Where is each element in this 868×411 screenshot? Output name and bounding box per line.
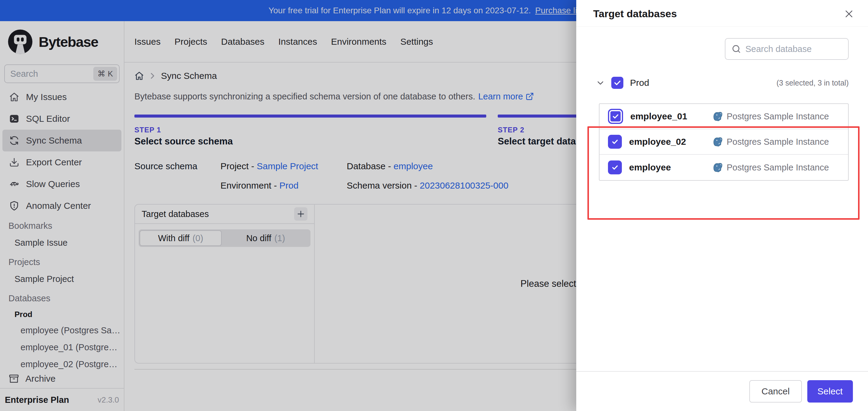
database-row-employee-02[interactable]: employee_02 Postgres Sample Instance xyxy=(599,129,848,155)
postgres-icon xyxy=(713,137,723,147)
database-list: employee_01 Postgres Sample Instance emp… xyxy=(599,104,849,181)
group-name: Prod xyxy=(630,78,649,88)
environment-group-row: Prod (3 selected, 3 in total) xyxy=(596,76,849,90)
employee-checkbox[interactable] xyxy=(608,160,622,174)
postgres-icon xyxy=(713,162,723,173)
group-selection-summary: (3 selected, 3 in total) xyxy=(776,79,849,87)
select-button[interactable]: Select xyxy=(807,380,853,403)
instance-label: Postgres Sample Instance xyxy=(713,137,840,147)
database-row-employee[interactable]: employee Postgres Sample Instance xyxy=(599,155,848,180)
employee-01-checkbox[interactable] xyxy=(608,109,623,124)
prod-group-checkbox[interactable] xyxy=(611,77,623,89)
target-databases-drawer: Target databases Prod (3 selected, 3 in … xyxy=(576,0,868,411)
instance-label: Postgres Sample Instance xyxy=(713,111,840,121)
postgres-icon xyxy=(713,111,723,121)
employee-02-checkbox[interactable] xyxy=(608,135,622,149)
instance-label: Postgres Sample Instance xyxy=(713,162,840,173)
drawer-footer: Cancel Select xyxy=(576,371,868,411)
drawer-search xyxy=(596,38,849,60)
close-icon[interactable] xyxy=(844,9,854,19)
database-row-employee-01[interactable]: employee_01 Postgres Sample Instance xyxy=(599,104,848,129)
drawer-body: Prod (3 selected, 3 in total) employee_0… xyxy=(576,27,868,371)
app-root: Your free trial for Enterprise Plan will… xyxy=(0,0,868,411)
cancel-button[interactable]: Cancel xyxy=(749,380,802,403)
drawer-title: Target databases xyxy=(593,8,677,20)
database-search-input[interactable] xyxy=(725,38,849,60)
drawer-header: Target databases xyxy=(576,0,868,27)
chevron-down-icon[interactable] xyxy=(596,78,605,88)
